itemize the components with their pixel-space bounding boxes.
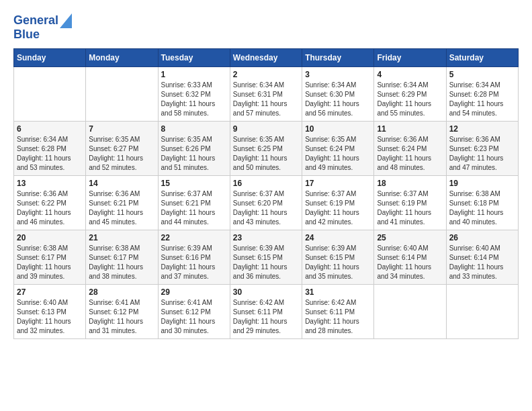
day-info: Sunrise: 6:38 AMSunset: 6:18 PMDaylight:… bbox=[449, 189, 515, 227]
day-info: Sunrise: 6:42 AMSunset: 6:11 PMDaylight:… bbox=[233, 298, 299, 336]
calendar-cell: 11Sunrise: 6:36 AMSunset: 6:24 PMDayligh… bbox=[374, 121, 446, 175]
calendar-cell: 16Sunrise: 6:37 AMSunset: 6:20 PMDayligh… bbox=[230, 175, 302, 230]
day-info: Sunrise: 6:37 AMSunset: 6:19 PMDaylight:… bbox=[377, 189, 443, 227]
day-number: 15 bbox=[161, 179, 227, 188]
day-info: Sunrise: 6:37 AMSunset: 6:21 PMDaylight:… bbox=[161, 189, 227, 227]
calendar-cell: 29Sunrise: 6:41 AMSunset: 6:12 PMDayligh… bbox=[158, 284, 230, 338]
day-number: 9 bbox=[233, 124, 299, 134]
calendar-cell: 20Sunrise: 6:38 AMSunset: 6:17 PMDayligh… bbox=[14, 230, 86, 284]
day-number: 13 bbox=[17, 179, 83, 188]
day-number: 28 bbox=[89, 287, 154, 297]
weekday-header: Friday bbox=[374, 48, 446, 66]
calendar-cell: 28Sunrise: 6:41 AMSunset: 6:12 PMDayligh… bbox=[86, 284, 158, 338]
calendar-cell: 5Sunrise: 6:34 AMSunset: 6:28 PMDaylight… bbox=[446, 66, 518, 121]
calendar-row: 6Sunrise: 6:34 AMSunset: 6:28 PMDaylight… bbox=[14, 121, 519, 175]
calendar-cell: 18Sunrise: 6:37 AMSunset: 6:19 PMDayligh… bbox=[374, 175, 446, 230]
day-info: Sunrise: 6:38 AMSunset: 6:17 PMDaylight:… bbox=[17, 244, 83, 281]
logo-text: General bbox=[13, 14, 58, 28]
day-number: 22 bbox=[161, 233, 227, 242]
calendar-cell: 17Sunrise: 6:37 AMSunset: 6:19 PMDayligh… bbox=[302, 175, 374, 230]
day-number: 16 bbox=[233, 179, 299, 188]
day-number: 29 bbox=[161, 287, 227, 297]
calendar-cell: 26Sunrise: 6:40 AMSunset: 6:14 PMDayligh… bbox=[446, 230, 518, 284]
day-number: 4 bbox=[377, 70, 443, 79]
day-number: 31 bbox=[305, 287, 371, 297]
day-number: 5 bbox=[449, 70, 515, 79]
calendar-cell bbox=[374, 284, 446, 338]
day-number: 3 bbox=[305, 70, 371, 79]
day-number: 23 bbox=[233, 233, 299, 242]
day-info: Sunrise: 6:39 AMSunset: 6:15 PMDaylight:… bbox=[233, 244, 299, 281]
calendar-cell: 14Sunrise: 6:36 AMSunset: 6:21 PMDayligh… bbox=[86, 175, 158, 230]
day-info: Sunrise: 6:34 AMSunset: 6:29 PMDaylight:… bbox=[377, 81, 443, 118]
day-info: Sunrise: 6:36 AMSunset: 6:22 PMDaylight:… bbox=[17, 189, 83, 227]
calendar-cell bbox=[86, 66, 158, 121]
day-number: 7 bbox=[89, 124, 154, 134]
day-number: 30 bbox=[233, 287, 299, 297]
weekday-header: Sunday bbox=[14, 48, 86, 66]
day-info: Sunrise: 6:36 AMSunset: 6:24 PMDaylight:… bbox=[377, 135, 443, 173]
day-number: 6 bbox=[17, 124, 83, 134]
calendar-cell: 7Sunrise: 6:35 AMSunset: 6:27 PMDaylight… bbox=[86, 121, 158, 175]
day-number: 25 bbox=[377, 233, 443, 242]
day-number: 17 bbox=[305, 179, 371, 188]
weekday-header: Tuesday bbox=[158, 48, 230, 66]
day-info: Sunrise: 6:37 AMSunset: 6:19 PMDaylight:… bbox=[305, 189, 371, 227]
day-info: Sunrise: 6:34 AMSunset: 6:30 PMDaylight:… bbox=[305, 81, 371, 118]
calendar-header: SundayMondayTuesdayWednesdayThursdayFrid… bbox=[14, 48, 519, 66]
day-number: 19 bbox=[449, 179, 515, 188]
day-number: 2 bbox=[233, 70, 299, 79]
calendar-cell: 2Sunrise: 6:34 AMSunset: 6:31 PMDaylight… bbox=[230, 66, 302, 121]
calendar-cell: 1Sunrise: 6:33 AMSunset: 6:32 PMDaylight… bbox=[158, 66, 230, 121]
calendar-cell: 31Sunrise: 6:42 AMSunset: 6:11 PMDayligh… bbox=[302, 284, 374, 338]
day-number: 20 bbox=[17, 233, 83, 242]
weekday-header: Thursday bbox=[302, 48, 374, 66]
calendar-cell: 12Sunrise: 6:36 AMSunset: 6:23 PMDayligh… bbox=[446, 121, 518, 175]
calendar-row: 13Sunrise: 6:36 AMSunset: 6:22 PMDayligh… bbox=[14, 175, 519, 230]
calendar-cell: 13Sunrise: 6:36 AMSunset: 6:22 PMDayligh… bbox=[14, 175, 86, 230]
calendar-cell: 9Sunrise: 6:35 AMSunset: 6:25 PMDaylight… bbox=[230, 121, 302, 175]
day-number: 24 bbox=[305, 233, 371, 242]
page-header: General Blue bbox=[13, 13, 519, 42]
calendar-cell bbox=[14, 66, 86, 121]
day-info: Sunrise: 6:40 AMSunset: 6:14 PMDaylight:… bbox=[449, 244, 515, 281]
calendar-cell: 21Sunrise: 6:38 AMSunset: 6:17 PMDayligh… bbox=[86, 230, 158, 284]
day-number: 18 bbox=[377, 179, 443, 188]
day-info: Sunrise: 6:36 AMSunset: 6:23 PMDaylight:… bbox=[449, 135, 515, 173]
calendar-cell: 30Sunrise: 6:42 AMSunset: 6:11 PMDayligh… bbox=[230, 284, 302, 338]
day-info: Sunrise: 6:34 AMSunset: 6:28 PMDaylight:… bbox=[449, 81, 515, 118]
calendar-cell: 19Sunrise: 6:38 AMSunset: 6:18 PMDayligh… bbox=[446, 175, 518, 230]
day-info: Sunrise: 6:36 AMSunset: 6:21 PMDaylight:… bbox=[89, 189, 154, 227]
day-info: Sunrise: 6:37 AMSunset: 6:20 PMDaylight:… bbox=[233, 189, 299, 227]
calendar-cell: 23Sunrise: 6:39 AMSunset: 6:15 PMDayligh… bbox=[230, 230, 302, 284]
day-info: Sunrise: 6:35 AMSunset: 6:26 PMDaylight:… bbox=[161, 135, 227, 173]
day-info: Sunrise: 6:35 AMSunset: 6:24 PMDaylight:… bbox=[305, 135, 371, 173]
calendar-cell: 3Sunrise: 6:34 AMSunset: 6:30 PMDaylight… bbox=[302, 66, 374, 121]
weekday-header: Monday bbox=[86, 48, 158, 66]
day-info: Sunrise: 6:41 AMSunset: 6:12 PMDaylight:… bbox=[161, 298, 227, 336]
svg-marker-0 bbox=[60, 13, 72, 28]
day-info: Sunrise: 6:38 AMSunset: 6:17 PMDaylight:… bbox=[89, 244, 154, 281]
day-number: 27 bbox=[17, 287, 83, 297]
day-info: Sunrise: 6:41 AMSunset: 6:12 PMDaylight:… bbox=[89, 298, 154, 336]
day-info: Sunrise: 6:39 AMSunset: 6:16 PMDaylight:… bbox=[161, 244, 227, 281]
weekday-header: Wednesday bbox=[230, 48, 302, 66]
logo: General Blue bbox=[13, 13, 73, 42]
day-info: Sunrise: 6:42 AMSunset: 6:11 PMDaylight:… bbox=[305, 298, 371, 336]
calendar-cell: 15Sunrise: 6:37 AMSunset: 6:21 PMDayligh… bbox=[158, 175, 230, 230]
day-number: 8 bbox=[161, 124, 227, 134]
day-number: 1 bbox=[161, 70, 227, 79]
day-info: Sunrise: 6:34 AMSunset: 6:31 PMDaylight:… bbox=[233, 81, 299, 118]
calendar-table: SundayMondayTuesdayWednesdayThursdayFrid… bbox=[13, 48, 519, 339]
logo-text-blue: Blue bbox=[13, 28, 73, 42]
logo-icon bbox=[60, 13, 72, 28]
day-info: Sunrise: 6:35 AMSunset: 6:25 PMDaylight:… bbox=[233, 135, 299, 173]
calendar-body: 1Sunrise: 6:33 AMSunset: 6:32 PMDaylight… bbox=[14, 66, 519, 338]
calendar-cell: 8Sunrise: 6:35 AMSunset: 6:26 PMDaylight… bbox=[158, 121, 230, 175]
day-number: 12 bbox=[449, 124, 515, 134]
calendar-cell: 25Sunrise: 6:40 AMSunset: 6:14 PMDayligh… bbox=[374, 230, 446, 284]
calendar-cell bbox=[446, 284, 518, 338]
calendar-row: 20Sunrise: 6:38 AMSunset: 6:17 PMDayligh… bbox=[14, 230, 519, 284]
calendar-cell: 6Sunrise: 6:34 AMSunset: 6:28 PMDaylight… bbox=[14, 121, 86, 175]
day-number: 11 bbox=[377, 124, 443, 134]
